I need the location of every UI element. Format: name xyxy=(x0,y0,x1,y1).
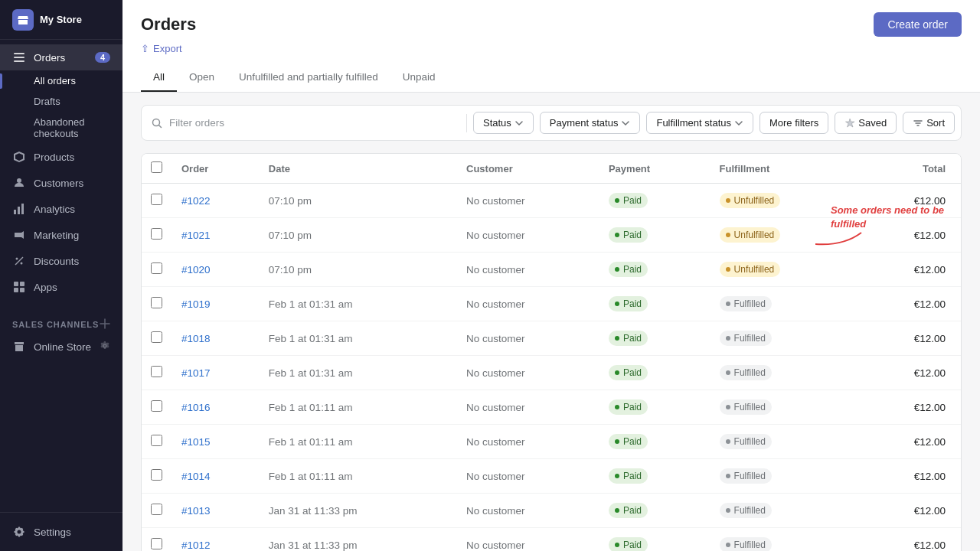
page-title-row: Orders Create order xyxy=(141,12,962,37)
tab-unpaid[interactable]: Unpaid xyxy=(390,64,448,92)
order-total: €12.00 xyxy=(857,356,961,390)
apps-label: Apps xyxy=(34,282,57,293)
order-total: €12.00 xyxy=(857,218,961,253)
order-customer: No customer xyxy=(457,459,599,494)
table-row: #1014Feb 1 at 01:11 amNo customerPaidFul… xyxy=(142,459,961,494)
sort-button[interactable]: Sort xyxy=(903,112,955,134)
marketing-label: Marketing xyxy=(34,230,79,241)
fulfillment-dot xyxy=(726,474,730,478)
sales-channels-section: SALES CHANNELS Online Store xyxy=(0,305,122,364)
search-input[interactable] xyxy=(169,117,457,129)
orders-icon xyxy=(12,51,26,64)
order-link[interactable]: #1019 xyxy=(181,298,211,310)
order-payment: Paid xyxy=(599,253,710,287)
saved-button[interactable]: Saved xyxy=(835,112,897,134)
fulfillment-status-filter-button[interactable]: Fulfillment status xyxy=(646,112,753,134)
products-icon xyxy=(12,150,26,164)
order-link[interactable]: #1015 xyxy=(181,436,211,448)
sidebar-item-abandoned-checkouts[interactable]: Abandoned checkouts xyxy=(0,112,122,144)
sidebar-item-settings[interactable]: Settings xyxy=(0,519,122,545)
payment-dot xyxy=(615,439,619,444)
row-checkbox[interactable] xyxy=(151,194,162,205)
payment-dot xyxy=(615,233,619,237)
sidebar-item-discounts[interactable]: Discounts xyxy=(0,248,122,274)
order-link[interactable]: #1021 xyxy=(181,230,211,241)
order-link[interactable]: #1018 xyxy=(181,333,211,344)
sidebar-item-drafts[interactable]: Drafts xyxy=(0,91,122,112)
online-store-settings-icon[interactable] xyxy=(100,341,110,354)
order-fulfillment: Fulfilled xyxy=(710,287,858,321)
select-all-checkbox[interactable] xyxy=(151,161,162,173)
tab-all[interactable]: All xyxy=(141,64,177,92)
order-link[interactable]: #1020 xyxy=(181,264,211,276)
tab-open[interactable]: Open xyxy=(177,64,227,92)
add-channel-icon[interactable] xyxy=(100,318,110,331)
sidebar-item-online-store[interactable]: Online Store xyxy=(0,334,122,360)
sidebar-item-orders[interactable]: Orders 4 xyxy=(0,44,122,70)
row-checkbox[interactable] xyxy=(151,297,162,308)
row-checkbox[interactable] xyxy=(151,262,162,274)
order-link[interactable]: #1013 xyxy=(181,505,211,517)
fulfillment-dot xyxy=(726,336,730,341)
all-orders-label: All orders xyxy=(34,75,76,86)
sidebar-item-customers[interactable]: Customers xyxy=(0,170,122,196)
table-row: #1016Feb 1 at 01:11 amNo customerPaidFul… xyxy=(142,390,961,425)
fulfillment-dot xyxy=(726,267,730,272)
order-link[interactable]: #1012 xyxy=(181,540,211,551)
sidebar-item-apps[interactable]: Apps xyxy=(0,274,122,300)
sidebar-item-analytics[interactable]: Analytics xyxy=(0,196,122,222)
order-total: €12.00 xyxy=(857,425,961,459)
order-fulfillment: Unfulfilled xyxy=(710,218,858,253)
svg-point-8 xyxy=(21,262,23,265)
payment-dot xyxy=(615,543,619,547)
row-checkbox[interactable] xyxy=(151,331,162,343)
order-link[interactable]: #1016 xyxy=(181,402,211,413)
order-customer: No customer xyxy=(457,287,599,321)
sidebar-item-all-orders[interactable]: All orders xyxy=(0,70,122,91)
row-checkbox[interactable] xyxy=(151,366,162,377)
order-date: Feb 1 at 01:31 am xyxy=(260,287,457,321)
order-total: €12.00 xyxy=(857,287,961,321)
payment-dot xyxy=(615,405,619,409)
svg-point-7 xyxy=(16,258,18,260)
star-icon xyxy=(844,118,855,129)
sidebar-item-products[interactable]: Products xyxy=(0,144,122,170)
create-order-button[interactable]: Create order xyxy=(874,12,962,37)
order-total: €12.00 xyxy=(857,390,961,425)
payment-dot xyxy=(615,336,619,341)
row-checkbox[interactable] xyxy=(151,504,162,515)
row-checkbox[interactable] xyxy=(151,400,162,412)
fulfillment-badge: Fulfilled xyxy=(720,365,772,380)
online-store-icon xyxy=(12,340,26,354)
order-customer: No customer xyxy=(457,425,599,459)
order-link[interactable]: #1017 xyxy=(181,367,211,379)
row-checkbox[interactable] xyxy=(151,228,162,240)
payment-badge: Paid xyxy=(609,365,648,380)
row-checkbox[interactable] xyxy=(151,538,162,549)
main-content: Orders Create order ⇧ Export All Open Un… xyxy=(122,0,980,551)
payment-status-filter-button[interactable]: Payment status xyxy=(540,112,641,134)
sidebar-item-marketing[interactable]: Marketing xyxy=(0,222,122,248)
order-link[interactable]: #1014 xyxy=(181,471,211,482)
order-fulfillment: Unfulfilled xyxy=(710,184,858,218)
divider xyxy=(466,114,467,132)
row-checkbox[interactable] xyxy=(151,435,162,446)
analytics-icon xyxy=(12,202,26,216)
table-row: #102007:10 pmNo customerPaidUnfulfilled€… xyxy=(142,253,961,287)
order-link[interactable]: #1022 xyxy=(181,195,211,207)
sidebar: My Store Orders 4 All orders Drafts Aban… xyxy=(0,0,122,551)
store-name: My Store xyxy=(40,14,82,25)
more-filters-button[interactable]: More filters xyxy=(760,112,828,134)
order-fulfillment: Fulfilled xyxy=(710,356,858,390)
order-total: €12.00 xyxy=(857,528,961,552)
tab-unfulfilled[interactable]: Unfulfilled and partially fulfilled xyxy=(227,64,390,92)
chevron-down-icon xyxy=(514,119,524,128)
export-button[interactable]: ⇧ Export xyxy=(141,43,182,54)
payment-badge: Paid xyxy=(609,262,648,277)
payment-dot xyxy=(615,267,619,272)
status-filter-button[interactable]: Status xyxy=(473,112,534,134)
col-customer: Customer xyxy=(457,154,599,184)
col-order: Order xyxy=(172,154,260,184)
order-date: Feb 1 at 01:11 am xyxy=(260,459,457,494)
row-checkbox[interactable] xyxy=(151,469,162,481)
